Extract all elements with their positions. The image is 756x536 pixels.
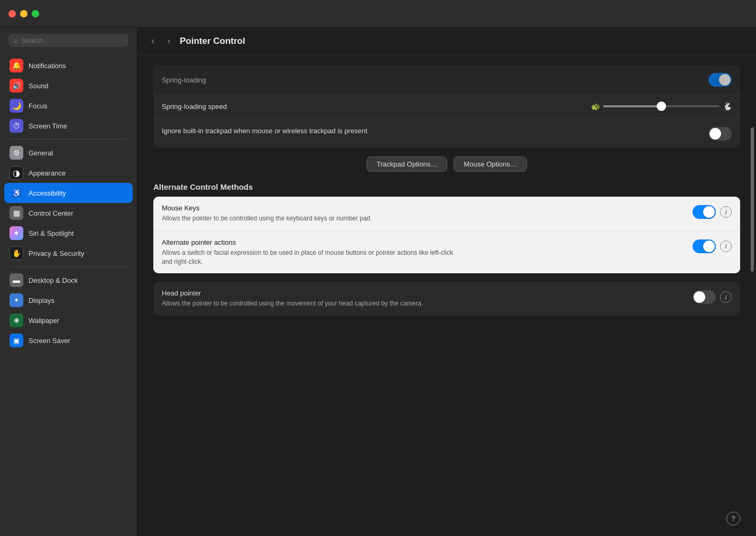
sidebar-item-screensaver[interactable]: ▣ Screen Saver (4, 330, 133, 350)
sidebar-label-privacy: Privacy & Security (29, 249, 84, 257)
spring-loading-row: Spring-loading (153, 66, 740, 95)
sidebar-label-screentime: Screen Time (29, 122, 67, 130)
wallpaper-icon: ❋ (10, 313, 23, 327)
sidebar-item-notifications[interactable]: 🔔 Notifications (4, 56, 133, 76)
ignore-trackpad-label: Ignore built-in trackpad when mouse or w… (162, 126, 367, 136)
sidebar-item-screentime[interactable]: ⏱ Screen Time (4, 116, 133, 136)
slow-icon: 🐢 (591, 102, 600, 110)
alternate-methods-header: Alternate Control Methods (153, 182, 740, 191)
speed-slider-container: 🐢 🐇 (591, 102, 732, 110)
alt-pointer-row: Alternate pointer actions Allows a switc… (153, 231, 740, 274)
sidebar-item-wallpaper[interactable]: ❋ Wallpaper (4, 310, 133, 330)
sidebar-divider-1 (10, 139, 127, 140)
focus-icon: 🌙 (10, 99, 23, 113)
head-pointer-toggle[interactable] (693, 290, 716, 304)
head-pointer-label-block: Head pointer Allows the pointer to be co… (162, 289, 423, 308)
head-pointer-row: Head pointer Allows the pointer to be co… (153, 282, 740, 316)
fast-icon: 🐇 (723, 102, 732, 110)
mouse-keys-label-block: Mouse Keys Allows the pointer to be cont… (162, 204, 372, 223)
mouse-keys-label: Mouse Keys (162, 204, 372, 212)
sidebar-item-displays[interactable]: ✦ Displays (4, 290, 133, 310)
sidebar-item-accessibility[interactable]: ♿ Accessibility (4, 183, 133, 203)
sidebar-label-desktop: Desktop & Dock (29, 276, 78, 284)
sidebar-label-accessibility: Accessibility (29, 189, 66, 197)
sidebar-label-controlcenter: Control Center (29, 209, 73, 217)
content-header: ‹ › Pointer Control (137, 27, 756, 55)
sidebar-label-displays: Displays (29, 297, 54, 304)
mouse-keys-row: Mouse Keys Allows the pointer to be cont… (153, 197, 740, 231)
controlcenter-icon: ▦ (10, 206, 23, 220)
traffic-lights (8, 10, 39, 17)
sidebar-label-general: General (29, 149, 53, 157)
app-window: ⌕ 🔔 Notifications 🔊 Sound 🌙 Focus (0, 27, 756, 536)
page-title: Pointer Control (180, 36, 245, 47)
sidebar-item-siri[interactable]: ✦ Siri & Spotlight (4, 223, 133, 243)
privacy-icon: ✋ (10, 246, 23, 260)
alt-pointer-label-block: Alternate pointer actions Allows a switc… (162, 238, 458, 266)
search-icon: ⌕ (14, 36, 18, 44)
alt-pointer-toggle[interactable] (693, 239, 716, 253)
sidebar-label-wallpaper: Wallpaper (29, 317, 59, 325)
sidebar-item-focus[interactable]: 🌙 Focus (4, 96, 133, 116)
alt-pointer-info-button[interactable]: i (720, 241, 732, 252)
ignore-trackpad-row: Ignore built-in trackpad when mouse or w… (153, 118, 740, 148)
maximize-button[interactable] (32, 10, 39, 17)
close-button[interactable] (8, 10, 16, 17)
sound-icon: 🔊 (10, 79, 23, 93)
accessibility-icon: ♿ (10, 186, 23, 200)
title-bar (0, 0, 756, 27)
mouse-options-button[interactable]: Mouse Options… (454, 156, 527, 172)
mouse-keys-info-button[interactable]: i (720, 206, 732, 218)
head-pointer-desc: Allows the pointer to be controlled usin… (162, 299, 423, 308)
trackpad-options-button[interactable]: Trackpad Options… (366, 156, 447, 172)
content-area: ‹ › Pointer Control Spring-loading Sprin… (137, 27, 756, 536)
alt-pointer-desc: Allows a switch or facial expression to … (162, 248, 458, 266)
mouse-keys-toggle[interactable] (693, 205, 716, 219)
sidebar-label-notifications: Notifications (29, 62, 66, 70)
search-bar: ⌕ (0, 27, 137, 53)
search-input[interactable] (21, 36, 123, 44)
notifications-icon: 🔔 (10, 59, 23, 72)
help-button[interactable]: ? (726, 512, 740, 525)
sidebar-item-appearance[interactable]: ◑ Appearance (4, 163, 133, 183)
screensaver-icon: ▣ (10, 334, 23, 347)
screentime-icon: ⏱ (10, 119, 23, 133)
alt-pointer-label: Alternate pointer actions (162, 238, 458, 246)
spring-loading-label: Spring-loading (162, 76, 206, 84)
sidebar-label-appearance: Appearance (29, 169, 66, 177)
sidebar-item-privacy[interactable]: ✋ Privacy & Security (4, 243, 133, 263)
spring-loading-speed-label: Spring-loading speed (162, 103, 227, 110)
options-buttons-row: Trackpad Options… Mouse Options… (153, 156, 740, 172)
search-wrap[interactable]: ⌕ (8, 34, 128, 47)
sidebar-label-siri: Siri & Spotlight (29, 229, 73, 237)
sidebar-item-general[interactable]: ⚙ General (4, 143, 133, 163)
sidebar-label-focus: Focus (29, 102, 47, 110)
displays-icon: ✦ (10, 293, 23, 307)
sidebar: ⌕ 🔔 Notifications 🔊 Sound 🌙 Focus (0, 27, 137, 536)
mouse-keys-desc: Allows the pointer to be controlled usin… (162, 214, 372, 223)
forward-button[interactable]: › (164, 34, 173, 48)
content-scroll: Spring-loading Spring-loading speed 🐢 (137, 55, 756, 536)
head-pointer-label: Head pointer (162, 289, 423, 297)
sidebar-items-list: 🔔 Notifications 🔊 Sound 🌙 Focus ⏱ Screen… (0, 53, 137, 536)
siri-icon: ✦ (10, 226, 23, 240)
sidebar-item-sound[interactable]: 🔊 Sound (4, 76, 133, 96)
head-pointer-info-button[interactable]: i (720, 291, 732, 303)
content-wrapper: Spring-loading Spring-loading speed 🐢 (137, 55, 756, 536)
ignore-trackpad-toggle[interactable] (708, 127, 732, 141)
appearance-icon: ◑ (10, 166, 23, 180)
desktop-icon: ▬ (10, 273, 23, 287)
sidebar-label-sound: Sound (29, 82, 49, 90)
general-icon: ⚙ (10, 146, 23, 160)
alternate-methods-card: Mouse Keys Allows the pointer to be cont… (153, 197, 740, 273)
sidebar-item-controlcenter[interactable]: ▦ Control Center (4, 203, 133, 223)
sidebar-divider-2 (10, 266, 127, 267)
sidebar-label-screensaver: Screen Saver (29, 337, 70, 345)
sidebar-item-desktop[interactable]: ▬ Desktop & Dock (4, 270, 133, 290)
back-button[interactable]: ‹ (148, 34, 158, 48)
speed-slider-track[interactable] (603, 105, 720, 107)
spring-loading-toggle[interactable] (708, 73, 732, 87)
minimize-button[interactable] (20, 10, 27, 17)
spring-loading-speed-row: Spring-loading speed 🐢 🐇 (153, 95, 740, 118)
